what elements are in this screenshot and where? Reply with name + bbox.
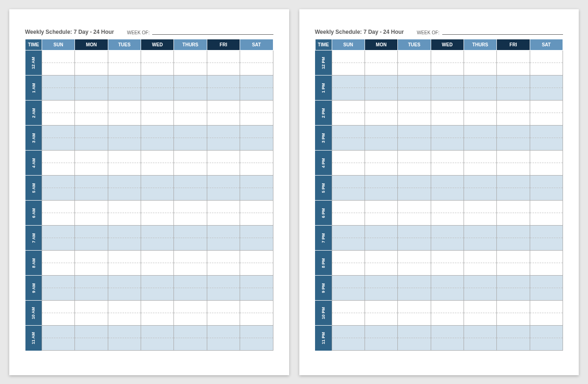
schedule-cell[interactable] (75, 238, 108, 251)
schedule-cell[interactable] (497, 263, 530, 276)
schedule-cell[interactable] (332, 213, 365, 226)
schedule-cell[interactable] (42, 226, 75, 238)
schedule-cell[interactable] (398, 301, 431, 313)
schedule-cell[interactable] (108, 126, 141, 138)
schedule-cell[interactable] (108, 76, 141, 88)
schedule-cell[interactable] (398, 151, 431, 163)
schedule-cell[interactable] (42, 201, 75, 213)
schedule-cell[interactable] (398, 88, 431, 101)
schedule-cell[interactable] (108, 263, 141, 276)
schedule-cell[interactable] (174, 63, 207, 76)
schedule-cell[interactable] (207, 151, 240, 163)
schedule-cell[interactable] (365, 201, 397, 213)
schedule-cell[interactable] (75, 201, 108, 213)
schedule-cell[interactable] (332, 101, 365, 113)
schedule-cell[interactable] (530, 101, 563, 113)
schedule-cell[interactable] (530, 126, 563, 138)
schedule-cell[interactable] (464, 76, 496, 88)
schedule-cell[interactable] (207, 88, 240, 101)
schedule-cell[interactable] (42, 50, 75, 63)
schedule-cell[interactable] (431, 276, 464, 288)
schedule-cell[interactable] (431, 101, 464, 113)
schedule-cell[interactable] (174, 176, 207, 188)
schedule-cell[interactable] (108, 63, 141, 76)
schedule-cell[interactable] (365, 113, 397, 126)
schedule-cell[interactable] (497, 288, 530, 301)
schedule-cell[interactable] (42, 113, 75, 126)
schedule-cell[interactable] (464, 126, 496, 138)
schedule-cell[interactable] (365, 138, 397, 151)
schedule-cell[interactable] (240, 251, 273, 263)
schedule-cell[interactable] (332, 301, 365, 313)
schedule-cell[interactable] (108, 151, 141, 163)
schedule-cell[interactable] (530, 326, 563, 338)
schedule-cell[interactable] (398, 213, 431, 226)
schedule-cell[interactable] (497, 126, 530, 138)
schedule-cell[interactable] (530, 251, 563, 263)
schedule-cell[interactable] (398, 263, 431, 276)
schedule-cell[interactable] (332, 313, 365, 326)
schedule-cell[interactable] (464, 251, 496, 263)
schedule-cell[interactable] (141, 251, 174, 263)
schedule-cell[interactable] (42, 313, 75, 326)
schedule-cell[interactable] (332, 326, 365, 338)
schedule-cell[interactable] (464, 263, 496, 276)
schedule-cell[interactable] (42, 338, 75, 351)
schedule-cell[interactable] (108, 226, 141, 238)
schedule-cell[interactable] (431, 50, 464, 63)
schedule-cell[interactable] (431, 213, 464, 226)
schedule-cell[interactable] (141, 88, 174, 101)
schedule-cell[interactable] (365, 288, 397, 301)
schedule-cell[interactable] (398, 313, 431, 326)
schedule-cell[interactable] (497, 276, 530, 288)
schedule-cell[interactable] (207, 101, 240, 113)
schedule-cell[interactable] (207, 126, 240, 138)
schedule-cell[interactable] (75, 151, 108, 163)
schedule-cell[interactable] (530, 301, 563, 313)
schedule-cell[interactable] (108, 88, 141, 101)
schedule-cell[interactable] (42, 151, 75, 163)
schedule-cell[interactable] (464, 63, 496, 76)
schedule-cell[interactable] (464, 138, 496, 151)
schedule-cell[interactable] (398, 288, 431, 301)
schedule-cell[interactable] (497, 163, 530, 176)
schedule-cell[interactable] (464, 276, 496, 288)
schedule-cell[interactable] (530, 238, 563, 251)
schedule-cell[interactable] (42, 213, 75, 226)
schedule-cell[interactable] (75, 76, 108, 88)
schedule-cell[interactable] (431, 113, 464, 126)
schedule-cell[interactable] (240, 276, 273, 288)
schedule-cell[interactable] (108, 326, 141, 338)
schedule-cell[interactable] (530, 176, 563, 188)
schedule-cell[interactable] (207, 263, 240, 276)
schedule-cell[interactable] (332, 201, 365, 213)
schedule-cell[interactable] (207, 301, 240, 313)
schedule-cell[interactable] (530, 151, 563, 163)
schedule-cell[interactable] (207, 176, 240, 188)
schedule-cell[interactable] (42, 101, 75, 113)
schedule-cell[interactable] (141, 176, 174, 188)
schedule-cell[interactable] (497, 213, 530, 226)
schedule-cell[interactable] (398, 201, 431, 213)
schedule-cell[interactable] (75, 63, 108, 76)
schedule-cell[interactable] (174, 188, 207, 201)
schedule-cell[interactable] (207, 251, 240, 263)
schedule-cell[interactable] (207, 63, 240, 76)
schedule-cell[interactable] (75, 288, 108, 301)
schedule-cell[interactable] (431, 63, 464, 76)
schedule-cell[interactable] (75, 188, 108, 201)
schedule-cell[interactable] (207, 138, 240, 151)
schedule-cell[interactable] (431, 151, 464, 163)
schedule-cell[interactable] (398, 63, 431, 76)
schedule-cell[interactable] (332, 50, 365, 63)
schedule-cell[interactable] (365, 188, 397, 201)
schedule-cell[interactable] (530, 50, 563, 63)
schedule-cell[interactable] (431, 263, 464, 276)
schedule-cell[interactable] (530, 338, 563, 351)
schedule-cell[interactable] (398, 226, 431, 238)
schedule-cell[interactable] (75, 313, 108, 326)
schedule-cell[interactable] (497, 151, 530, 163)
schedule-cell[interactable] (75, 263, 108, 276)
schedule-cell[interactable] (398, 138, 431, 151)
schedule-cell[interactable] (530, 138, 563, 151)
